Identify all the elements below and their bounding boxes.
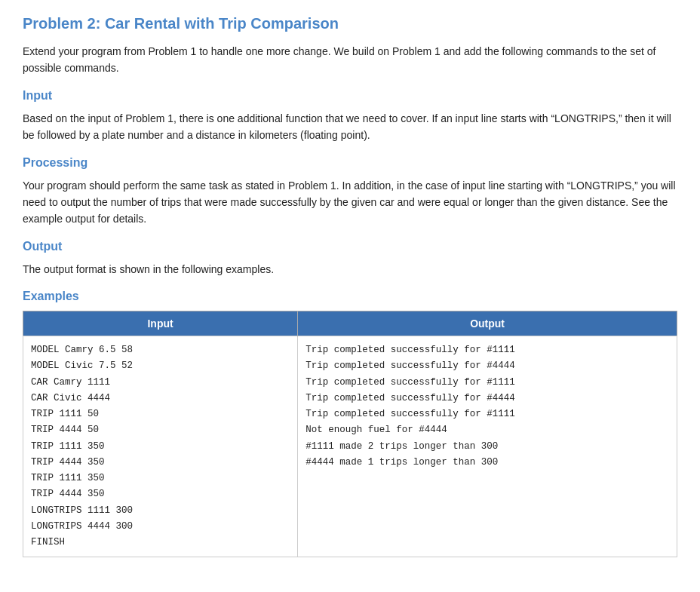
input-line: TRIP 4444 50 — [31, 422, 290, 438]
table-header-input: Input — [23, 311, 298, 336]
output-text: The output format is shown in the follow… — [23, 261, 677, 278]
output-line: #1111 made 2 trips longer than 300 — [305, 439, 669, 455]
input-section: Input Based on the input of Problem 1, t… — [23, 89, 677, 144]
output-line: Trip completed successfully for #4444 — [305, 391, 669, 406]
output-heading: Output — [23, 240, 677, 253]
input-line: TRIP 1111 50 — [31, 406, 290, 422]
input-line: TRIP 1111 350 — [31, 439, 290, 455]
output-cell: Trip completed successfully for #1111Tri… — [298, 336, 677, 557]
output-line: Not enough fuel for #4444 — [305, 422, 669, 438]
output-line: Trip completed successfully for #1111 — [305, 375, 669, 391]
input-line: TRIP 4444 350 — [31, 455, 290, 471]
input-line: LONGTRIPS 4444 300 — [31, 519, 290, 535]
output-section: Output The output format is shown in the… — [23, 240, 677, 278]
input-line: TRIP 1111 350 — [31, 471, 290, 486]
input-line: CAR Civic 4444 — [31, 391, 290, 406]
table-row: MODEL Camry 6.5 58MODEL Civic 7.5 52CAR … — [23, 336, 677, 557]
input-line: CAR Camry 1111 — [31, 375, 290, 391]
input-text: Based on the input of Problem 1, there i… — [23, 110, 677, 144]
table-header-output: Output — [298, 311, 677, 336]
input-cell: MODEL Camry 6.5 58MODEL Civic 7.5 52CAR … — [23, 336, 298, 557]
output-line: #4444 made 1 trips longer than 300 — [305, 455, 669, 471]
input-line: LONGTRIPS 1111 300 — [31, 503, 290, 519]
examples-section: Examples Input Output MODEL Camry 6.5 58… — [23, 290, 677, 557]
processing-text: Your program should perform the same tas… — [23, 177, 677, 228]
output-line: Trip completed successfully for #1111 — [305, 342, 669, 358]
examples-table: Input Output MODEL Camry 6.5 58MODEL Civ… — [23, 311, 677, 557]
input-line: FINISH — [31, 535, 290, 551]
processing-section: Processing Your program should perform t… — [23, 156, 677, 228]
processing-heading: Processing — [23, 156, 677, 170]
input-line: TRIP 4444 350 — [31, 486, 290, 502]
input-line: MODEL Camry 6.5 58 — [31, 342, 290, 358]
intro-paragraph: Extend your program from Problem 1 to ha… — [23, 43, 677, 77]
examples-heading: Examples — [23, 290, 677, 303]
output-line: Trip completed successfully for #1111 — [305, 406, 669, 422]
input-heading: Input — [23, 89, 677, 103]
output-line: Trip completed successfully for #4444 — [305, 358, 669, 374]
page-title: Problem 2: Car Rental with Trip Comparis… — [23, 15, 677, 32]
input-line: MODEL Civic 7.5 52 — [31, 358, 290, 374]
